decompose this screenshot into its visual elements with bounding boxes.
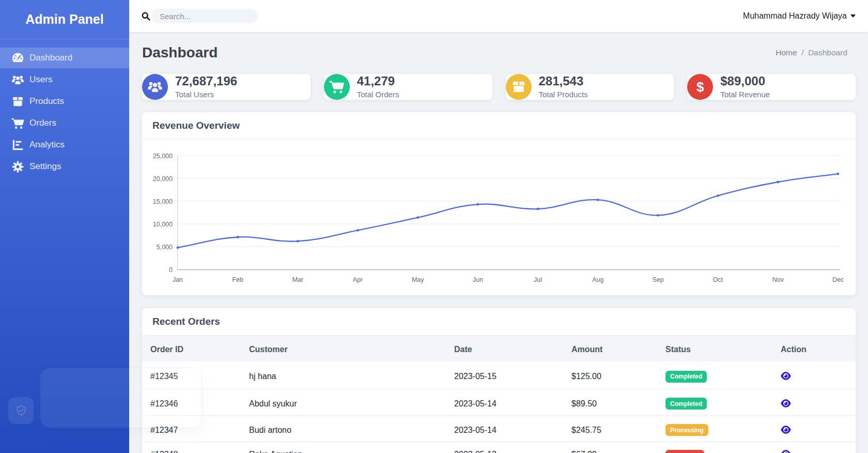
svg-text:Jun: Jun [473, 276, 483, 283]
svg-text:Sep: Sep [652, 276, 663, 283]
svg-text:25,000: 25,000 [153, 153, 173, 160]
svg-text:Dec: Dec [832, 276, 844, 283]
svg-text:0: 0 [169, 266, 173, 274]
svg-text:Oct: Oct [713, 276, 723, 283]
svg-text:Mar: Mar [292, 276, 304, 283]
svg-text:May: May [412, 276, 424, 283]
svg-text:10,000: 10,000 [153, 221, 173, 228]
svg-text:Jan: Jan [173, 276, 183, 283]
svg-text:Apr: Apr [353, 276, 363, 283]
svg-text:20,000: 20,000 [153, 175, 173, 183]
svg-text:Jul: Jul [534, 276, 542, 283]
svg-text:Feb: Feb [232, 276, 243, 283]
svg-text:Nov: Nov [772, 276, 784, 283]
svg-text:15,000: 15,000 [153, 198, 173, 205]
svg-text:Aug: Aug [592, 276, 603, 283]
svg-text:5,000: 5,000 [157, 244, 173, 251]
